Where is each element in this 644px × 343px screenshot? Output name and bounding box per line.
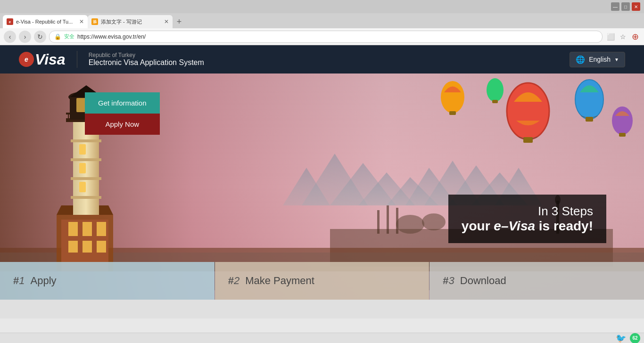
language-selector[interactable]: 🌐 English ▼ [570, 52, 625, 67]
hero-text-line1: In 3 Steps [462, 204, 593, 219]
step-1-number: #1 [13, 275, 25, 287]
close-button[interactable]: ✕ [632, 2, 640, 11]
logo-visa-text: Visa [35, 51, 66, 68]
back-button[interactable]: ‹ [4, 31, 16, 43]
tab-evisa[interactable]: e e-Visa - Republic of Tu... ✕ [3, 15, 88, 28]
svg-rect-13 [377, 210, 380, 234]
svg-rect-14 [387, 205, 389, 234]
step-2-label: Make Payment [245, 275, 314, 287]
step-3-label: Download [460, 275, 506, 287]
svg-rect-28 [68, 241, 78, 253]
globe-icon: 🌐 [576, 55, 585, 64]
tab-bar: e e-Visa - Republic of Tu... ✕ 添 添加文字 - … [0, 13, 644, 28]
svg-rect-31 [73, 121, 99, 215]
tab-yoyo[interactable]: 添 添加文字 - 写游记 ✕ [88, 15, 173, 28]
svg-rect-26 [83, 222, 92, 236]
refresh-button[interactable]: ↻ [34, 31, 46, 43]
hero-text-your: your [462, 219, 494, 233]
forward-button[interactable]: › [19, 31, 31, 43]
address-bar[interactable]: 🔒 安全 https://www.evisa.gov.tr/en/ [49, 31, 603, 43]
address-bar-actions: ⬜ ☆ ⊕ [605, 32, 640, 42]
svg-rect-65 [619, 133, 626, 137]
status-right: 🐦 62 [616, 333, 640, 343]
hero-text-evisa: e–Visa [494, 219, 535, 233]
logo: e Visa [19, 51, 66, 68]
svg-rect-61 [586, 117, 593, 122]
address-bar-row: ‹ › ↻ 🔒 安全 https://www.evisa.gov.tr/en/ … [0, 28, 644, 45]
svg-rect-56 [523, 137, 533, 143]
hero-section: Get information Apply Now In 3 Steps you… [0, 74, 644, 300]
svg-rect-34 [71, 177, 101, 180]
step-1-label: Apply [31, 275, 57, 287]
steps-bar: #1 Apply #2 Make Payment #3 Download [0, 262, 644, 300]
hero-text-ready: is ready! [535, 219, 593, 233]
hero-buttons: Get information Apply Now [85, 92, 160, 135]
logo-subtitle1: Republic of Turkey [89, 52, 204, 58]
logo-text-area: Republic of Turkey Electronic Visa Appli… [89, 52, 204, 67]
website: e Visa Republic of Turkey Electronic Vis… [0, 45, 644, 318]
title-bar: — □ ✕ [0, 0, 644, 13]
logo-subtitle2: Electronic Visa Application System [89, 58, 204, 67]
svg-point-19 [422, 213, 446, 230]
logo-area: e Visa Republic of Turkey Electronic Vis… [19, 51, 204, 68]
svg-rect-32 [71, 139, 101, 142]
svg-rect-27 [97, 222, 106, 236]
url-text: https://www.evisa.gov.tr/en/ [77, 33, 597, 40]
svg-point-68 [487, 78, 504, 102]
page-footer [0, 300, 644, 318]
svg-rect-25 [68, 222, 78, 236]
bookmark-button[interactable]: ☆ [618, 32, 628, 42]
status-badge: 62 [630, 333, 640, 343]
step-2-payment[interactable]: #2 Make Payment [215, 262, 429, 300]
svg-rect-67 [449, 111, 456, 115]
svg-rect-29 [83, 241, 92, 253]
step-3-number: #3 [443, 275, 454, 287]
svg-rect-30 [97, 241, 106, 253]
chevron-down-icon: ▼ [614, 57, 619, 62]
svg-rect-69 [492, 100, 498, 103]
site-header: e Visa Republic of Turkey Electronic Vis… [0, 45, 644, 74]
svg-point-64 [612, 106, 633, 135]
minimize-button[interactable]: — [611, 2, 619, 11]
svg-rect-33 [71, 158, 101, 161]
get-information-button[interactable]: Get information [85, 92, 160, 114]
cast-button[interactable]: ⬜ [605, 32, 616, 42]
hero-text-overlay: In 3 Steps your e–Visa is ready! [448, 195, 606, 243]
tab-close-yoyo[interactable]: ✕ [164, 18, 169, 25]
logo-circle-e: e [19, 52, 34, 67]
svg-rect-35 [71, 196, 101, 199]
svg-point-18 [396, 215, 424, 234]
browser-chrome: — □ ✕ e e-Visa - Republic of Tu... ✕ 添 添… [0, 0, 644, 45]
tab-favicon-yoyo: 添 [91, 18, 98, 25]
svg-rect-37 [79, 163, 86, 173]
security-icon: 🔒 [54, 33, 61, 40]
security-label: 安全 [64, 33, 74, 40]
window-controls[interactable]: — □ ✕ [611, 2, 640, 11]
logo-separator [77, 51, 77, 68]
bird-icon: 🐦 [616, 333, 626, 343]
svg-point-66 [441, 81, 464, 113]
svg-rect-36 [79, 144, 86, 155]
apply-now-button[interactable]: Apply Now [85, 114, 160, 135]
maximize-button[interactable]: □ [621, 2, 630, 11]
tab-label-yoyo: 添加文字 - 写游记 [101, 18, 161, 25]
step-2-number: #2 [228, 275, 240, 287]
status-bar: 🐦 62 [0, 333, 644, 343]
step-1-apply[interactable]: #1 Apply [0, 262, 215, 300]
new-tab-button[interactable]: + [173, 15, 186, 28]
tab-label-evisa: e-Visa - Republic of Tu... [16, 19, 76, 24]
svg-rect-38 [79, 182, 86, 192]
tab-favicon-evisa: e [7, 18, 13, 25]
language-label: English [589, 56, 611, 63]
hero-text-line2: your e–Visa is ready! [462, 219, 593, 234]
tab-close-evisa[interactable]: ✕ [79, 18, 84, 25]
menu-button[interactable]: ⊕ [630, 32, 640, 42]
step-3-download[interactable]: #3 Download [429, 262, 644, 300]
